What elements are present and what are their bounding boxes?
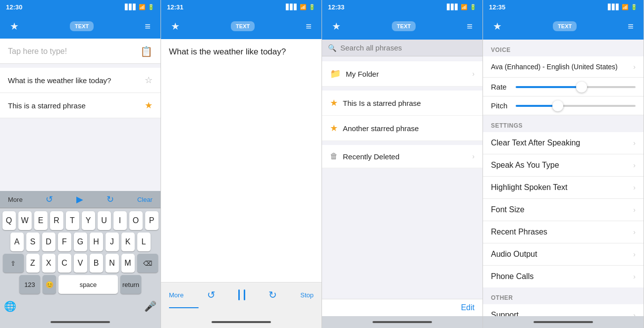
recent-chevron: ›: [633, 228, 636, 236]
key-o[interactable]: O: [129, 211, 143, 230]
recently-deleted-item[interactable]: 🗑 Recently Deleted ›: [322, 145, 483, 168]
globe-icon[interactable]: 🌐: [4, 300, 16, 312]
starred-item-2[interactable]: ★ Another starred phrase: [322, 116, 483, 141]
key-v[interactable]: V: [74, 254, 87, 273]
waveform-icon[interactable]: [238, 287, 245, 302]
star-nav-btn-2[interactable]: ★: [171, 20, 180, 32]
star-nav-btn-3[interactable]: ★: [332, 20, 341, 32]
undo-icon[interactable]: ↺: [46, 194, 53, 205]
star-left-1: ★ This Is a starred phrase: [330, 97, 421, 108]
key-x[interactable]: X: [42, 254, 55, 273]
edit-btn-3[interactable]: Edit: [461, 303, 475, 312]
key-k[interactable]: K: [121, 233, 135, 251]
key-w[interactable]: W: [18, 211, 32, 230]
speak-text-content: What is the weather like today?: [169, 47, 286, 56]
key-y[interactable]: Y: [82, 211, 95, 230]
key-n[interactable]: N: [106, 254, 119, 273]
key-h[interactable]: H: [90, 233, 103, 251]
settings-row-support[interactable]: Support ›: [483, 304, 644, 316]
wifi-icon-3: 📶: [461, 4, 468, 10]
key-a[interactable]: A: [10, 233, 24, 251]
battery-icon-3: 🔋: [470, 4, 477, 10]
star-nav-btn-1[interactable]: ★: [10, 20, 19, 32]
settings-nav-btn-1[interactable]: ≡: [145, 21, 151, 32]
settings-row-audio[interactable]: Audio Output ›: [483, 243, 644, 266]
clear-label[interactable]: Clear: [137, 196, 153, 203]
key-s[interactable]: S: [26, 233, 40, 251]
key-d[interactable]: D: [42, 233, 55, 251]
phrase-list-1: What is the weather like today? ☆ This i…: [0, 68, 161, 118]
settings-row-clear[interactable]: Clear Text After Speaking ›: [483, 132, 644, 154]
highlight-label: Highlight Spoken Text: [491, 183, 567, 192]
text-icon-4[interactable]: TEXT: [553, 21, 577, 31]
phrase-item-2[interactable]: This is a starred phrase ★: [0, 93, 161, 118]
key-i[interactable]: I: [113, 211, 127, 230]
text-icon-1[interactable]: TEXT: [70, 21, 94, 31]
pitch-slider-thumb[interactable]: [552, 100, 563, 111]
key-emoji[interactable]: 😊: [43, 275, 56, 294]
key-return[interactable]: return: [120, 275, 141, 294]
key-j[interactable]: J: [106, 233, 119, 251]
key-123[interactable]: 123: [19, 275, 40, 294]
audio-chevron: ›: [633, 250, 636, 258]
support-chevron: ›: [633, 311, 636, 316]
key-p[interactable]: P: [145, 211, 159, 230]
key-g[interactable]: G: [74, 233, 87, 251]
signal-icon: ▋▋▋: [125, 4, 137, 10]
settings-row-recent[interactable]: Recent Phrases ›: [483, 221, 644, 243]
status-bar-1: 12:30 ▋▋▋ 📶 🔋: [0, 0, 161, 14]
key-l[interactable]: L: [137, 233, 151, 251]
star-nav-btn-4[interactable]: ★: [493, 20, 502, 32]
key-m[interactable]: M: [121, 254, 135, 273]
rate-slider-track[interactable]: [516, 86, 636, 88]
voice-name-row[interactable]: Ava (Enhanced) - English (United States)…: [483, 56, 644, 78]
key-u[interactable]: U: [98, 211, 111, 230]
audio-output-label: Audio Output: [491, 250, 537, 259]
pitch-slider-track[interactable]: [516, 105, 636, 107]
home-indicator-4: [483, 316, 644, 328]
key-t[interactable]: T: [66, 211, 79, 230]
starred-phrase-2: Another starred phrase: [343, 124, 419, 133]
key-q[interactable]: Q: [2, 211, 16, 230]
folder-name-3: My Folder: [346, 70, 379, 78]
star-icon-s2: ★: [330, 123, 338, 134]
settings-nav-btn-2[interactable]: ≡: [306, 21, 312, 32]
text-icon-2[interactable]: TEXT: [231, 21, 255, 31]
key-space[interactable]: space: [58, 275, 118, 294]
rewind-icon[interactable]: ↺: [207, 289, 215, 301]
starred-item-1[interactable]: ★ This Is a starred phrase: [322, 91, 483, 116]
text-icon-3[interactable]: TEXT: [392, 21, 416, 31]
folder-item-3[interactable]: 📁 My Folder ›: [322, 61, 483, 87]
redo-icon[interactable]: ↻: [107, 194, 114, 205]
key-f[interactable]: F: [58, 233, 71, 251]
more-label[interactable]: More: [8, 196, 23, 203]
key-z[interactable]: Z: [26, 254, 40, 273]
paste-icon[interactable]: 📋: [140, 46, 153, 57]
mic-icon[interactable]: 🎤: [144, 300, 157, 312]
rate-slider-thumb[interactable]: [576, 82, 587, 93]
nav-bar-4: ★ TEXT ≡: [483, 14, 644, 39]
stop-label[interactable]: Stop: [300, 291, 314, 299]
home-pill-1: [51, 321, 110, 323]
settings-row-highlight[interactable]: Highlight Spoken Text ›: [483, 177, 644, 199]
search-input-3[interactable]: [340, 44, 477, 52]
phrase-item-1[interactable]: What is the weather like today? ☆: [0, 68, 161, 93]
key-r[interactable]: R: [50, 211, 63, 230]
more-playback[interactable]: More: [169, 291, 184, 299]
key-b[interactable]: B: [90, 254, 103, 273]
key-backspace[interactable]: ⌫: [137, 254, 158, 273]
star-icon-empty-1[interactable]: ☆: [145, 75, 153, 86]
star-icon-filled-1[interactable]: ★: [145, 100, 153, 111]
play-icon[interactable]: ▶: [76, 194, 83, 205]
key-c[interactable]: C: [58, 254, 71, 273]
settings-row-font[interactable]: Font Size ›: [483, 199, 644, 221]
settings-row-speak-type[interactable]: Speak As You Type ›: [483, 154, 644, 177]
key-shift[interactable]: ⇧: [3, 254, 24, 273]
settings-row-phone[interactable]: Phone Calls ›: [483, 266, 644, 287]
settings-nav-btn-3[interactable]: ≡: [467, 21, 473, 32]
forward-icon[interactable]: ↻: [268, 289, 277, 301]
settings-nav-btn-4[interactable]: ≡: [628, 21, 634, 32]
type-placeholder[interactable]: Tap here to type!: [8, 47, 67, 56]
home-indicator-3: [322, 316, 483, 328]
key-e[interactable]: E: [34, 211, 48, 230]
